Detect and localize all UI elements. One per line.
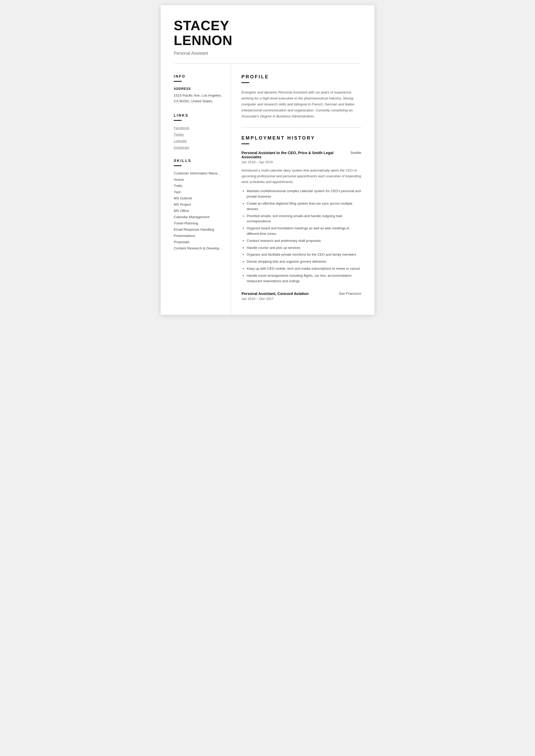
link-instagram[interactable]: Instagram [174,146,223,149]
info-section-title: INFO [174,74,223,78]
skill-3: Trello [174,184,223,188]
skill-8: Calendar Management [174,215,223,219]
job-2-location: San Francisco [339,292,361,295]
profile-section-bar [241,82,249,83]
link-linkedin[interactable]: Linkedin [174,139,223,143]
employment-section-bar [241,144,249,144]
skill-13: Content Research & Develop... [174,246,223,250]
skill-12: Proposals [174,240,223,244]
skill-9: Travel Planning [174,221,223,225]
header-section: STACEY LENNON Personal Assistant [161,5,374,64]
name-line2: LENNON [174,33,233,48]
skill-5: MS Outlook [174,196,223,200]
bullet-2: Create an effective digitized filing sys… [247,201,361,212]
skills-section: SKILLS Customer Information Mana... Asan… [174,158,223,250]
links-section-bar [174,120,182,121]
job-2-title: Personal Assistant, Concord Aviation [241,292,339,296]
address-label: ADDRESS [174,87,223,91]
profile-section: PROFILE Energetic and dynamic Personal A… [241,74,361,120]
bullet-1: Maintain multidimensional complex calend… [247,188,361,200]
skills-section-title: SKILLS [174,158,223,163]
job-entry-2: Personal Assistant, Concord Aviation San… [241,292,361,301]
job-1-header: Personal Assistant to the CEO, Price & S… [241,151,361,159]
link-twitter[interactable]: Twitter [174,132,223,136]
info-section: INFO ADDRESS 1515 Pacific Ave, Los Angel… [174,74,223,104]
bullet-7: Organize and facilitate private function… [247,252,361,257]
link-facebook[interactable]: Facebook [174,126,223,130]
left-column: INFO ADDRESS 1515 Pacific Ave, Los Angel… [161,64,231,315]
bullet-5: Conduct research and preliminary draft p… [247,238,361,244]
links-section-title: LINKS [174,113,223,118]
bullet-10: Handle travel arrangements including fli… [247,273,361,284]
bullet-8: Devise shopping lists and organize groce… [247,259,361,264]
job-1-dates: Jan 2018 – Apr 2019 [241,160,361,164]
bullet-6: Handle courier and pick up services [247,245,361,251]
links-section: LINKS Facebook Twitter Linkedin Instagra… [174,113,223,149]
right-column: PROFILE Energetic and dynamic Personal A… [231,64,374,315]
job-1-description: Introduced a multi-calendar diary system… [241,168,361,185]
candidate-name: STACEY LENNON [174,18,361,48]
skill-4: Yast [174,190,223,194]
info-section-bar [174,81,182,82]
resume: STACEY LENNON Personal Assistant INFO AD… [161,5,374,315]
candidate-title: Personal Assistant [174,51,361,56]
bullet-3: Prioritize emails, sort incoming emails … [247,213,361,225]
skill-6: MS Project [174,202,223,206]
employment-section-title: EMPLOYMENT HISTORY [241,135,361,141]
skill-7: MS Office [174,209,223,213]
name-line1: STACEY [174,18,229,33]
job-1-bullets: Maintain multidimensional complex calend… [241,188,361,284]
skill-11: Presentations [174,234,223,238]
employment-section: EMPLOYMENT HISTORY Personal Assistant to… [241,135,361,301]
job-1-title: Personal Assistant to the CEO, Price & S… [241,151,350,159]
job-2-header: Personal Assistant, Concord Aviation San… [241,292,361,296]
main-content: INFO ADDRESS 1515 Pacific Ave, Los Angel… [161,64,374,315]
skills-section-bar [174,165,182,166]
address-text: 1515 Pacific Ave, Los Angeles,CA 90291, … [174,93,223,104]
job-entry-1: Personal Assistant to the CEO, Price & S… [241,151,361,284]
bullet-4: Organize board and foundation meetings a… [247,226,361,237]
skill-2: Asana [174,177,223,181]
skill-1: Customer Information Mana... [174,171,223,175]
profile-section-title: PROFILE [241,74,361,80]
job-1-location: Seattle [350,151,361,155]
bullet-9: Keep up with CEO mobile, tech and media … [247,266,361,272]
profile-text: Energetic and dynamic Personal Assistant… [241,90,361,120]
job-2-dates: Jan 2016 – Dec 2017 [241,297,361,301]
skill-10: Email Response Handling [174,228,223,231]
